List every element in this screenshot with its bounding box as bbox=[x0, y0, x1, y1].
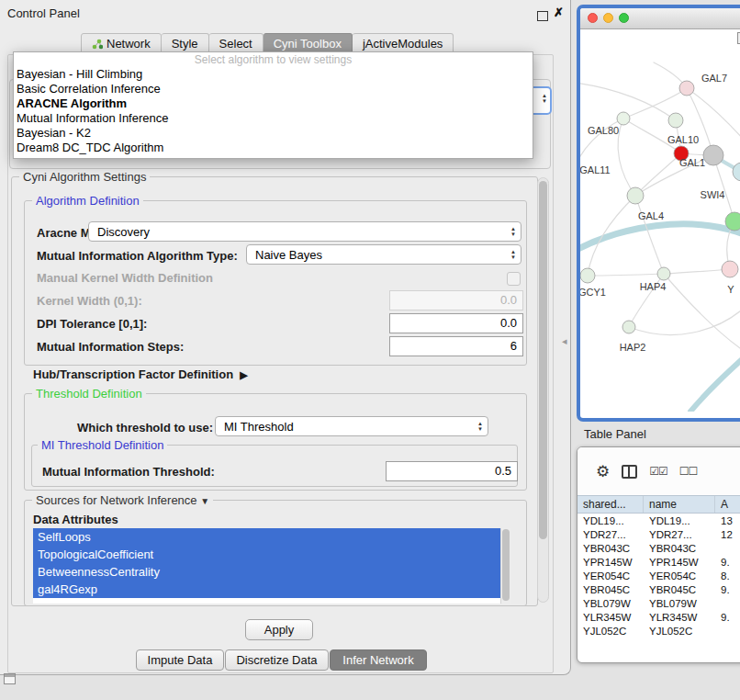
threshold-definition-title: Threshold Definition bbox=[32, 387, 146, 401]
svg-text:GAL7: GAL7 bbox=[701, 73, 727, 84]
svg-text:Y: Y bbox=[727, 284, 734, 295]
manual-kernel-checkbox[interactable] bbox=[507, 272, 521, 286]
attr-list-scrollbar[interactable] bbox=[500, 528, 511, 604]
hub-definition-expander[interactable]: Hub/Transcription Factor Definition▶ bbox=[33, 367, 248, 381]
restore-panel-icon[interactable] bbox=[4, 673, 16, 684]
gear-icon[interactable]: ⚙ bbox=[596, 464, 610, 480]
table-cell: YLR345W bbox=[577, 612, 644, 623]
zoom-traffic-icon[interactable] bbox=[619, 13, 629, 23]
table-row[interactable]: YER054CYER054C8. bbox=[577, 569, 740, 582]
combo-arrows-icon: ▲▼ bbox=[477, 421, 483, 432]
table-row[interactable]: YBR043CYBR043C bbox=[577, 541, 740, 555]
deselect-boxes-icon[interactable]: ☐☐ bbox=[679, 465, 698, 478]
column-header[interactable]: name bbox=[644, 496, 715, 513]
float-window-icon[interactable] bbox=[537, 11, 548, 21]
table-cell: YBL079W bbox=[644, 598, 715, 609]
table-row[interactable]: YLR345WYLR345W9. bbox=[577, 610, 740, 624]
kernel-width-field: 0.0 bbox=[389, 290, 523, 310]
columns-icon[interactable] bbox=[622, 465, 637, 479]
mi-threshold-field[interactable]: 0.5 bbox=[386, 461, 518, 481]
which-threshold-select[interactable]: MI Threshold ▲▼ bbox=[215, 416, 488, 436]
algorithm-option[interactable]: Mutual Information Inference bbox=[14, 111, 533, 126]
table-cell: YJL052C bbox=[577, 626, 644, 637]
scrollbar-thumb[interactable] bbox=[502, 529, 510, 601]
table-cell: 8. bbox=[715, 570, 740, 581]
table-panel-window: ⚙ ☑☑ ☐☐ shared... name A YDL19...YDL19..… bbox=[577, 446, 740, 663]
column-header[interactable]: A bbox=[715, 496, 740, 513]
data-attribute-item[interactable]: BetweennessCentrality bbox=[33, 563, 501, 581]
network-window-titlebar[interactable] bbox=[580, 8, 740, 29]
table-row[interactable]: YJL052CYJL052C bbox=[577, 624, 740, 638]
mi-threshold-label: Mutual Information Threshold: bbox=[42, 465, 215, 479]
table-cell: 12 bbox=[715, 529, 740, 540]
table-cell: YPR145W bbox=[577, 557, 644, 568]
table-cell: 9. bbox=[715, 557, 740, 568]
network-graph-svg[interactable]: GAL7GAL80GAL10GAL11GAL1SWI4GAL4GCY1HAP4Y… bbox=[580, 29, 740, 412]
table-cell: YER054C bbox=[644, 570, 715, 581]
algorithm-option[interactable]: Bayesian - Hill Climbing bbox=[14, 67, 533, 82]
mi-type-value: Naive Bayes bbox=[255, 248, 322, 262]
minimize-traffic-icon[interactable] bbox=[603, 13, 613, 23]
table-row[interactable]: YBR045CYBR045C9. bbox=[577, 582, 740, 596]
bottom-tab-impute-data[interactable]: Impute Data bbox=[136, 649, 224, 671]
table-row[interactable]: YDR27...YDR27...12 bbox=[577, 527, 740, 541]
mi-type-select[interactable]: Naive Bayes ▲▼ bbox=[246, 244, 521, 265]
control-panel-title: Control Panel bbox=[7, 6, 80, 20]
close-traffic-icon[interactable] bbox=[588, 13, 598, 23]
scrollbar-thumb[interactable] bbox=[539, 181, 547, 539]
close-icon[interactable]: ✗ bbox=[554, 6, 564, 19]
svg-text:GAL11: GAL11 bbox=[580, 164, 611, 175]
mi-steps-label: Mutual Information Steps: bbox=[37, 340, 184, 354]
which-threshold-label: Which threshold to use: bbox=[77, 421, 213, 435]
sources-title: Sources for Network Inference bbox=[36, 493, 197, 507]
svg-text:HAP2: HAP2 bbox=[620, 342, 646, 353]
algorithm-option[interactable]: Basic Correlation Inference bbox=[14, 82, 533, 96]
table-cell: YJL052C bbox=[644, 626, 715, 637]
bottom-tab-infer-network[interactable]: Infer Network bbox=[330, 649, 427, 671]
panel-splitter-handle[interactable]: ◂ bbox=[562, 335, 567, 347]
svg-text:GAL4: GAL4 bbox=[638, 210, 664, 221]
table-cell: YDR27... bbox=[644, 529, 715, 540]
table-row[interactable]: YDL19...YDL19...13 bbox=[577, 514, 740, 527]
svg-text:GCY1: GCY1 bbox=[580, 287, 606, 298]
network-canvas[interactable]: GAL7GAL80GAL10GAL11GAL1SWI4GAL4GCY1HAP4Y… bbox=[580, 29, 740, 412]
algorithm-dropdown-popup: Select algorithm to view settings Bayesi… bbox=[13, 51, 533, 159]
svg-text:GAL80: GAL80 bbox=[588, 125, 619, 136]
svg-text:HAP4: HAP4 bbox=[640, 281, 667, 292]
table-cell: 9. bbox=[715, 612, 740, 623]
table-cell: YDL19... bbox=[644, 515, 715, 526]
mi-type-label: Mutual Information Algorithm Type: bbox=[37, 249, 238, 263]
kernel-width-label: Kernel Width (0,1): bbox=[37, 294, 142, 308]
control-panel-window: Control Panel ✗ NetworkStyleSelectCyni T… bbox=[0, 0, 571, 675]
aracne-mode-select[interactable]: Discovery ▲▼ bbox=[88, 221, 521, 242]
column-header[interactable]: shared... bbox=[577, 496, 644, 513]
table-cell: YDR27... bbox=[577, 529, 644, 540]
data-attribute-item[interactable]: SelfLoops bbox=[33, 528, 501, 546]
settings-group-title: Cyni Algorithm Settings bbox=[19, 170, 150, 184]
data-attributes-list: SelfLoopsTopologicalCoefficientBetweenne… bbox=[33, 528, 511, 604]
data-attribute-item[interactable]: gal4RGexp bbox=[33, 581, 501, 598]
network-view-window: GAL7GAL80GAL10GAL11GAL1SWI4GAL4GCY1HAP4Y… bbox=[577, 5, 740, 422]
apply-button[interactable]: Apply bbox=[245, 619, 313, 640]
algorithm-option[interactable]: Bayesian - K2 bbox=[14, 126, 533, 141]
settings-scrollbar[interactable] bbox=[537, 177, 549, 603]
select-checks-icon[interactable]: ☑☑ bbox=[649, 465, 667, 478]
algorithm-placeholder: Select algorithm to view settings bbox=[14, 53, 533, 67]
mi-steps-field[interactable]: 6 bbox=[389, 336, 523, 356]
table-cell: YBL079W bbox=[577, 598, 644, 609]
bottom-tab-discretize-data[interactable]: Discretize Data bbox=[225, 649, 329, 671]
sources-expander[interactable]: Sources for Network Inference ▼ bbox=[32, 493, 213, 507]
data-attribute-item[interactable]: TopologicalCoefficient bbox=[33, 546, 501, 563]
algorithm-option[interactable]: Dream8 DC_TDC Algorithm bbox=[14, 141, 533, 155]
algorithm-option[interactable]: ARACNE Algorithm bbox=[14, 96, 533, 111]
dpi-tolerance-field[interactable]: 0.0 bbox=[389, 313, 523, 333]
table-cell: YPR145W bbox=[644, 557, 715, 568]
table-cell: 9. bbox=[715, 584, 740, 595]
table-cell: YDL19... bbox=[577, 515, 644, 526]
table-row[interactable]: YPR145WYPR145W9. bbox=[577, 555, 740, 569]
screen: Control Panel ✗ NetworkStyleSelectCyni T… bbox=[0, 0, 740, 700]
table-row[interactable]: YBL079WYBL079W bbox=[577, 596, 740, 610]
table-cell: 13 bbox=[715, 515, 740, 526]
table-body: YDL19...YDL19...13YDR27...YDR27...12YBR0… bbox=[577, 514, 740, 638]
table-header: shared... name A bbox=[577, 495, 740, 514]
